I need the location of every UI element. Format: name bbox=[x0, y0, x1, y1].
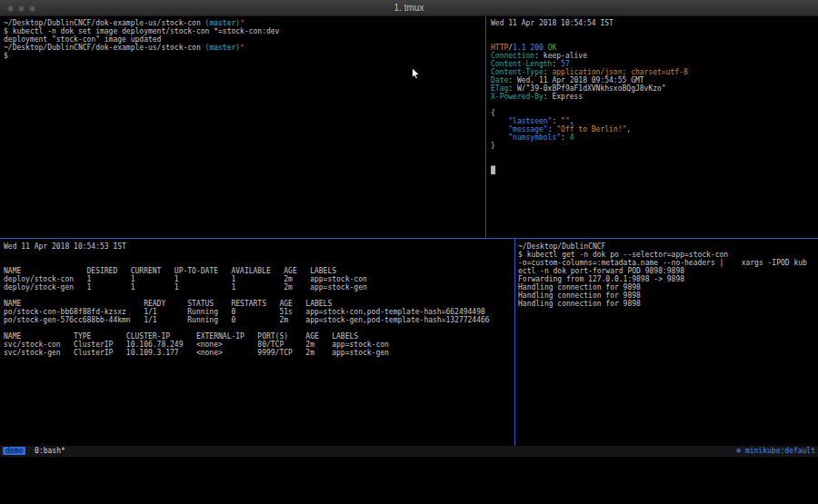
terminal-line: ETag: W/"39-0xBPf9aF1dXVNkhsxoBQgJ8vKzo" bbox=[491, 84, 816, 93]
terminal-line: $ kubectl get -n dok po --selector=app=s… bbox=[518, 251, 817, 259]
terminal-line: { bbox=[491, 109, 816, 117]
terminal-line: deploy/stock-gen 1 1 1 1 2m app=stock-ge… bbox=[4, 283, 513, 292]
pane-border-vertical-bottom[interactable] bbox=[514, 239, 515, 446]
terminal-line: Content-Length: 57 bbox=[491, 60, 816, 68]
kubernetes-icon: ☸ bbox=[736, 447, 741, 455]
status-left: demo 0:bash* bbox=[3, 446, 65, 457]
terminal-line: "lastseen": "", bbox=[491, 117, 816, 125]
terminal-line: deploy/stock-con 1 1 1 1 2m app=stock-co… bbox=[4, 275, 513, 283]
terminal-line bbox=[491, 35, 816, 44]
terminal-line: svc/stock-con ClusterIP 10.106.78.249 <n… bbox=[4, 341, 513, 349]
terminal-line: Wed 11 Apr 2018 10:54:54 IST bbox=[491, 19, 816, 27]
terminal-line: NAME DESIRED CURRENT UP-TO-DATE AVAILABL… bbox=[4, 267, 513, 275]
terminal-line: Handling connection for 9898 bbox=[518, 283, 817, 292]
pane-port-forward[interactable]: ~/Desktop/DublinCNCF$ kubectl get -n dok… bbox=[518, 242, 817, 446]
kube-namespace-label: default bbox=[784, 447, 815, 455]
terminal-line: Content-Type: application/json; charset=… bbox=[491, 68, 816, 76]
terminal-line: -o=custom-columns=:metadata.name --no-he… bbox=[518, 259, 817, 267]
terminal-line: X-Powered-By: Express bbox=[491, 93, 816, 101]
terminal-line: ~/Desktop/DublinCNCF/dok-example-us/stoc… bbox=[4, 19, 484, 27]
terminal-line bbox=[4, 251, 513, 259]
terminal-line: po/stock-con-bb68f88fd-kzsxz 1/1 Running… bbox=[4, 308, 513, 316]
terminal-line bbox=[491, 27, 816, 35]
terminal-line: $ kubectl -n dok set image deployment/st… bbox=[4, 27, 484, 35]
terminal-line: svc/stock-gen ClusterIP 10.109.3.177 <no… bbox=[4, 349, 513, 357]
terminal-line bbox=[4, 324, 513, 332]
terminal-line bbox=[491, 150, 816, 158]
terminal-line: HTTP/1.1 200 OK bbox=[491, 44, 816, 52]
window-title: 1. tmux bbox=[0, 3, 818, 13]
terminal-line: ~/Desktop/DublinCNCF/dok-example-us/stoc… bbox=[4, 44, 484, 52]
terminal-line: ectl -n dok port-forward POD 9898:9898 bbox=[518, 267, 817, 275]
pane-border-horizontal[interactable] bbox=[0, 238, 818, 239]
terminal-line: ~/Desktop/DublinCNCF bbox=[518, 242, 817, 251]
pane-kubectl-resources[interactable]: Wed 11 Apr 2018 10:54:53 IST NAME DESIRE… bbox=[4, 242, 513, 446]
tmux-status-bar: demo 0:bash* ☸ minikube:default bbox=[0, 446, 818, 457]
terminal-line: Connection: keep-alive bbox=[491, 52, 816, 60]
terminal-line bbox=[491, 158, 816, 166]
terminal-line: Handling connection for 9898 bbox=[518, 300, 817, 308]
terminal-line bbox=[491, 101, 816, 109]
terminal-line: NAME READY STATUS RESTARTS AGE LABELS bbox=[4, 300, 513, 308]
terminal-line: deployment "stock-con" image updated bbox=[4, 35, 484, 44]
terminal-line: NAME TYPE CLUSTER-IP EXTERNAL-IP PORT(S)… bbox=[4, 332, 513, 341]
terminal-window: 1. tmux ~/Desktop/DublinCNCF/dok-example… bbox=[0, 0, 818, 457]
terminal-line: Wed 11 Apr 2018 10:54:53 IST bbox=[4, 242, 513, 251]
pane-border-vertical-top[interactable] bbox=[485, 16, 486, 238]
terminal-line: Date: Wed, 11 Apr 2018 09:54:55 GMT bbox=[491, 76, 816, 84]
tmux-session: ~/Desktop/DublinCNCF/dok-example-us/stoc… bbox=[0, 16, 818, 446]
terminal-line: █ bbox=[491, 166, 816, 174]
pane-http-response[interactable]: Wed 11 Apr 2018 10:54:54 IST HTTP/1.1 20… bbox=[491, 19, 816, 238]
mouse-cursor bbox=[411, 67, 421, 81]
tmux-window-label[interactable]: 0:bash* bbox=[35, 447, 65, 455]
pane-shell-kubectl-set-image[interactable]: ~/Desktop/DublinCNCF/dok-example-us/stoc… bbox=[4, 19, 484, 238]
terminal-line: po/stock-gen-576cc688bb-44kmn 1/1 Runnin… bbox=[4, 316, 513, 324]
terminal-line: } bbox=[491, 142, 816, 150]
terminal-line bbox=[4, 259, 513, 267]
terminal-line bbox=[4, 292, 513, 300]
window-titlebar[interactable]: 1. tmux bbox=[0, 0, 818, 16]
terminal-line: Handling connection for 9898 bbox=[518, 292, 817, 300]
terminal-line: $ bbox=[4, 52, 484, 60]
kube-context-label: minikube bbox=[745, 447, 781, 455]
terminal-line: "numsymbols": 4 bbox=[491, 133, 816, 142]
terminal-line: Forwarding from 127.0.0.1:9898 -> 9898 bbox=[518, 275, 817, 283]
terminal-line: "message": "Off to Berlin!", bbox=[491, 125, 816, 133]
kube-status: ☸ minikube:default bbox=[736, 446, 815, 457]
tmux-session-name[interactable]: demo bbox=[3, 447, 25, 455]
